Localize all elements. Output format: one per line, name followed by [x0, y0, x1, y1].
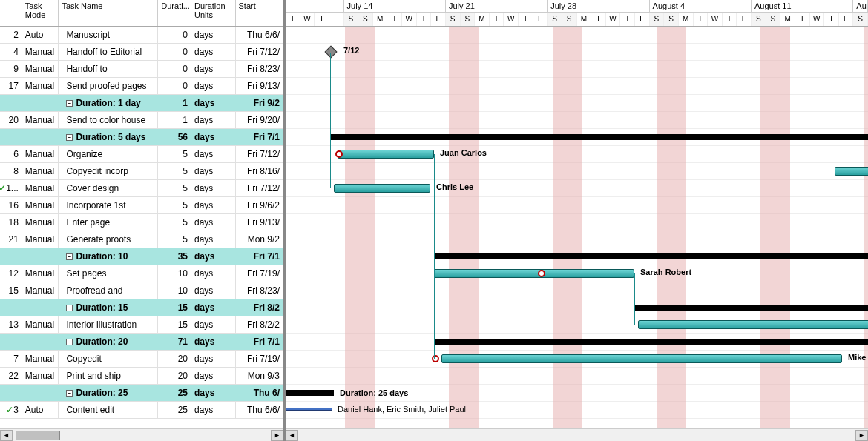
cell-start[interactable]: Fri 8/16/ [236, 163, 283, 179]
cell-mode[interactable] [22, 299, 59, 316]
col-task-name[interactable]: Task Name [59, 0, 158, 26]
cell-mode[interactable]: Manual [22, 78, 59, 94]
cell-mode[interactable] [22, 95, 59, 111]
cell-duration[interactable]: 0 [158, 44, 191, 60]
cell-duration[interactable]: 20 [158, 368, 191, 384]
cell-units[interactable]: days [191, 334, 236, 350]
cell-name[interactable]: Content edit [59, 402, 158, 418]
cell-start[interactable]: Thu 6/6/ [236, 402, 283, 418]
cell-start[interactable]: Thu 6/ [236, 385, 283, 401]
cell-units[interactable]: days [191, 180, 236, 196]
scroll-left-icon[interactable]: ◄ [0, 430, 13, 441]
table-row[interactable]: 16ManualIncorporate 1st5daysFri 9/6/2 [0, 197, 283, 214]
cell-name[interactable]: Proofread and [59, 282, 158, 299]
cell-duration[interactable]: 0 [158, 27, 191, 43]
gantt-bar[interactable] [434, 269, 634, 278]
cell-start[interactable]: Fri 8/23/ [236, 282, 283, 299]
cell-name[interactable]: Send to color house [59, 112, 158, 128]
cell-units[interactable]: days [191, 27, 236, 43]
gantt-bar[interactable] [286, 408, 332, 411]
cell-duration[interactable]: 5 [158, 180, 191, 196]
table-row[interactable]: −Duration: 1035daysFri 7/1 [0, 248, 283, 265]
cell-name[interactable]: Handoff to [59, 61, 158, 77]
cell-mode[interactable]: Manual [22, 351, 59, 367]
cell-name[interactable]: Organize [59, 146, 158, 162]
cell-units[interactable]: days [191, 385, 236, 401]
cell-name[interactable]: −Duration: 25 [59, 385, 158, 401]
gantt-bar[interactable] [634, 305, 868, 311]
cell-units[interactable]: days [191, 351, 236, 367]
table-row[interactable]: ✓1...ManualCover design5daysFri 7/12/ [0, 180, 283, 197]
gantt-bar[interactable] [334, 184, 430, 193]
cell-name[interactable]: Enter page [59, 214, 158, 231]
cell-name[interactable]: Interior illustration [59, 316, 158, 333]
table-row[interactable]: 13ManualInterior illustration15daysFri 8… [0, 316, 283, 334]
cell-units[interactable]: days [191, 265, 236, 282]
table-row[interactable]: 12ManualSet pages10daysFri 7/19/ [0, 265, 283, 282]
cell-mode[interactable]: Manual [22, 282, 59, 299]
collapse-icon[interactable]: − [66, 134, 73, 141]
table-row[interactable]: 9ManualHandoff to0daysFri 8/23/ [0, 61, 283, 78]
cell-mode[interactable]: Manual [22, 180, 59, 196]
cell-units[interactable]: days [191, 231, 236, 248]
cell-units[interactable]: days [191, 163, 236, 179]
cell-duration[interactable]: 1 [158, 112, 191, 128]
scroll-left-icon[interactable]: ◄ [286, 430, 298, 441]
cell-units[interactable]: days [191, 282, 236, 299]
cell-start[interactable]: Fri 9/13/ [236, 78, 283, 94]
col-duration-units[interactable]: Duration Units [191, 0, 236, 26]
cell-start[interactable]: Fri 9/6/2 [236, 197, 283, 213]
cell-mode[interactable]: Manual [22, 197, 59, 213]
cell-units[interactable]: days [191, 95, 236, 111]
cell-name[interactable]: Handoff to Editorial [59, 44, 158, 60]
gantt-bar[interactable] [286, 390, 334, 396]
cell-mode[interactable] [22, 385, 59, 401]
cell-units[interactable]: days [191, 197, 236, 213]
cell-mode[interactable]: Manual [22, 112, 59, 128]
cell-duration[interactable]: 15 [158, 299, 191, 316]
table-row[interactable]: 21ManualGenerate proofs5daysMon 9/2 [0, 231, 283, 248]
cell-mode[interactable] [22, 129, 59, 145]
right-hscroll[interactable]: ◄ ► [286, 428, 868, 441]
left-hscroll[interactable]: ◄ ► [0, 428, 283, 441]
table-row[interactable]: −Duration: 2525daysThu 6/ [0, 385, 283, 402]
cell-units[interactable]: days [191, 299, 236, 316]
cell-name[interactable]: Generate proofs [59, 231, 158, 248]
cell-start[interactable]: Fri 7/19/ [236, 265, 283, 282]
cell-start[interactable]: Fri 8/2/2 [236, 316, 283, 333]
cell-start[interactable]: Fri 9/20/ [236, 112, 283, 128]
gantt-bar[interactable] [835, 167, 868, 176]
cell-start[interactable]: Mon 9/2 [236, 231, 283, 248]
table-row[interactable]: 4ManualHandoff to Editorial0daysFri 7/12… [0, 44, 283, 61]
cell-start[interactable]: Mon 9/3 [236, 368, 283, 384]
cell-name[interactable]: −Duration: 20 [59, 334, 158, 350]
cell-mode[interactable]: Auto [22, 402, 59, 418]
table-row[interactable]: 18ManualEnter page5daysFri 9/13/ [0, 214, 283, 231]
gantt-bar[interactable] [638, 320, 868, 329]
cell-mode[interactable] [22, 334, 59, 350]
cell-start[interactable]: Fri 7/12/ [236, 180, 283, 196]
cell-duration[interactable]: 5 [158, 146, 191, 162]
gantt-bar[interactable] [434, 253, 868, 259]
collapse-icon[interactable]: − [66, 305, 73, 311]
cell-duration[interactable]: 10 [158, 282, 191, 299]
col-duration[interactable]: Durati... [158, 0, 191, 26]
cell-mode[interactable]: Manual [22, 231, 59, 248]
cell-units[interactable]: days [191, 61, 236, 77]
cell-mode[interactable]: Manual [22, 44, 59, 60]
cell-name[interactable]: Print and ship [59, 368, 158, 384]
cell-start[interactable]: Fri 7/1 [236, 334, 283, 350]
cell-units[interactable]: days [191, 368, 236, 384]
cell-duration[interactable]: 71 [158, 334, 191, 350]
collapse-icon[interactable]: − [66, 339, 73, 345]
cell-start[interactable]: Fri 8/23/ [236, 61, 283, 77]
table-row[interactable]: 8ManualCopyedit incorp5daysFri 8/16/ [0, 163, 283, 180]
table-row[interactable]: ✓3AutoContent edit25daysThu 6/6/ [0, 402, 283, 419]
cell-name[interactable]: Send proofed pages [59, 78, 158, 94]
cell-start[interactable]: Fri 7/19/ [236, 351, 283, 367]
cell-units[interactable]: days [191, 112, 236, 128]
cell-name[interactable]: Copyedit [59, 351, 158, 367]
cell-start[interactable]: Thu 6/6/ [236, 27, 283, 43]
table-row[interactable]: 22ManualPrint and ship20daysMon 9/3 [0, 368, 283, 385]
cell-duration[interactable]: 0 [158, 78, 191, 94]
